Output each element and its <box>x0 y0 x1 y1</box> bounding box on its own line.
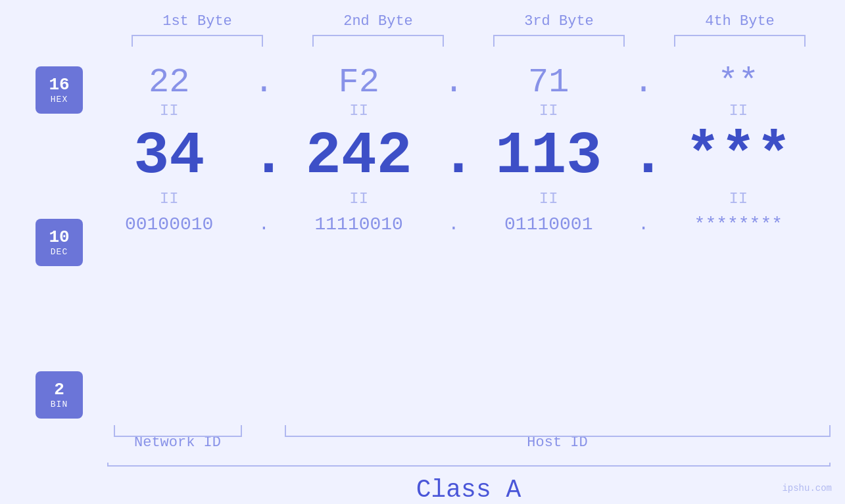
bracket-bottom-host <box>285 425 831 437</box>
byte-headers: 1st Byte 2nd Byte 3rd Byte 4th Byte <box>107 13 831 30</box>
hex-value-1: 22 <box>149 63 189 102</box>
hex-row: 22 . F2 . 71 . ** <box>92 63 815 102</box>
top-brackets <box>107 35 831 47</box>
badge-hex-label: HEX <box>51 95 68 104</box>
bracket-bottom-network <box>114 425 242 437</box>
bin-value-3: 01110001 <box>504 214 592 235</box>
dec-row: 34 . 242 . 113 . *** <box>92 123 815 190</box>
equals-row-1: II II II II <box>92 102 815 120</box>
bin-cell-2: 11110010 <box>287 214 431 235</box>
badge-bin: 2 BIN <box>36 371 83 419</box>
hex-dot-1: . <box>251 63 277 102</box>
sep-1: II <box>97 102 241 120</box>
sep-6: II <box>287 190 431 208</box>
hex-cell-3: 71 <box>476 63 621 102</box>
badge-dec-num: 10 <box>49 228 69 247</box>
bin-dot-1: . <box>251 214 277 235</box>
badge-bin-label: BIN <box>51 400 68 409</box>
bottom-brackets <box>107 425 831 429</box>
dec-value-2: 242 <box>306 123 412 190</box>
bin-dot-2: . <box>441 214 467 235</box>
badge-hex-num: 16 <box>49 76 69 95</box>
bin-value-4: ******** <box>694 214 783 235</box>
dec-value-3: 113 <box>495 123 602 190</box>
bin-value-1: 00100010 <box>125 214 213 235</box>
badge-hex: 16 HEX <box>36 66 83 114</box>
dec-value-1: 34 <box>133 123 205 190</box>
hex-value-4: ** <box>718 63 759 102</box>
badge-dec-label: DEC <box>51 247 68 257</box>
hex-value-3: 71 <box>528 63 569 102</box>
content-area: 16 HEX 10 DEC 2 BIN 22 . F2 <box>0 60 845 419</box>
sep-4: II <box>666 102 811 120</box>
hex-dot-2: . <box>441 63 467 102</box>
bin-value-2: 11110010 <box>314 214 402 235</box>
class-label: Class A <box>107 476 831 504</box>
sep-2: II <box>287 102 431 120</box>
badge-dec: 10 DEC <box>36 219 83 266</box>
bracket-top-3 <box>493 35 625 47</box>
sep-3: II <box>476 102 621 120</box>
byte-header-1: 1st Byte <box>125 13 270 30</box>
bin-cell-4: ******** <box>666 214 811 235</box>
bottom-full-bracket <box>107 463 831 467</box>
sep-8: II <box>666 190 811 208</box>
byte-header-3: 3rd Byte <box>487 13 631 30</box>
bracket-top-1 <box>132 35 263 47</box>
hex-value-2: F2 <box>338 63 379 102</box>
watermark: ipshu.com <box>782 483 832 493</box>
dec-cell-4: *** <box>666 123 811 190</box>
bin-dot-3: . <box>631 214 657 235</box>
dec-cell-3: 113 <box>476 123 621 190</box>
equals-row-2: II II II II <box>92 190 815 208</box>
values-grid: 22 . F2 . 71 . ** II II <box>92 60 845 235</box>
bin-cell-3: 01110001 <box>476 214 621 235</box>
byte-header-4: 4th Byte <box>667 13 812 30</box>
dec-cell-2: 242 <box>287 123 431 190</box>
dec-cell-1: 34 <box>97 123 241 190</box>
bin-cell-1: 00100010 <box>97 214 241 235</box>
hex-cell-1: 22 <box>97 63 241 102</box>
sep-5: II <box>97 190 241 208</box>
byte-header-2: 2nd Byte <box>306 13 450 30</box>
bracket-top-2 <box>312 35 444 47</box>
sep-7: II <box>476 190 621 208</box>
hex-dot-3: . <box>631 63 657 102</box>
id-spacer <box>249 434 285 451</box>
bracket-top-4 <box>674 35 806 47</box>
bin-row: 00100010 . 11110010 . 01110001 . *******… <box>92 214 815 235</box>
dec-value-4: *** <box>685 123 792 190</box>
dec-dot-2: . <box>441 123 467 190</box>
badges-column: 16 HEX 10 DEC 2 BIN <box>0 66 92 419</box>
hex-cell-4: ** <box>666 63 811 102</box>
hex-cell-2: F2 <box>287 63 431 102</box>
badge-bin-num: 2 <box>54 380 64 400</box>
main-container: 1st Byte 2nd Byte 3rd Byte 4th Byte 16 H… <box>0 0 845 504</box>
dec-dot-1: . <box>251 123 277 190</box>
dec-dot-3: . <box>631 123 657 190</box>
